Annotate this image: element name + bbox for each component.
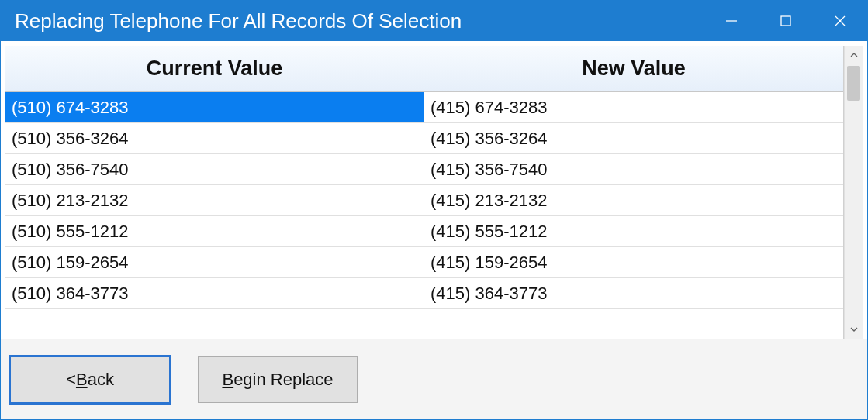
svg-rect-1 (781, 16, 790, 26)
table-row[interactable]: (510) 356-3264(415) 356-3264 (5, 123, 843, 154)
scroll-down-icon[interactable] (845, 320, 863, 339)
cell-new-value: (415) 555-1212 (424, 216, 843, 247)
titlebar: Replacing Telephone For All Records Of S… (1, 1, 867, 41)
scroll-up-icon[interactable] (845, 46, 863, 64)
grid-body: (510) 674-3283(415) 674-3283(510) 356-32… (5, 92, 843, 339)
footer-bar: < Back Begin Replace (1, 339, 867, 419)
table-row[interactable]: (510) 213-2132(415) 213-2132 (5, 185, 843, 216)
cell-new-value: (415) 159-2654 (424, 247, 843, 278)
cell-current-value: (510) 364-3773 (5, 278, 424, 309)
back-button[interactable]: < Back (10, 356, 170, 403)
cell-current-value: (510) 356-3264 (5, 123, 424, 154)
column-header-new[interactable]: New Value (424, 46, 843, 91)
table-row[interactable]: (510) 555-1212(415) 555-1212 (5, 216, 843, 247)
cell-current-value: (510) 674-3283 (5, 92, 424, 123)
table-row[interactable]: (510) 364-3773(415) 364-3773 (5, 278, 843, 309)
begin-button-ul: B (222, 370, 233, 390)
vertical-scrollbar[interactable] (844, 46, 863, 339)
content-area: Current Value New Value (510) 674-3283(4… (1, 41, 867, 419)
cell-current-value: (510) 159-2654 (5, 247, 424, 278)
begin-button-rest: egin Replace (233, 370, 333, 390)
cell-current-value: (510) 555-1212 (5, 216, 424, 247)
cell-current-value: (510) 213-2132 (5, 185, 424, 216)
maximize-button[interactable] (759, 1, 813, 41)
table-row[interactable]: (510) 159-2654(415) 159-2654 (5, 247, 843, 278)
back-button-prefix: < (66, 370, 76, 390)
grid-header: Current Value New Value (5, 46, 843, 92)
cell-new-value: (415) 213-2132 (424, 185, 843, 216)
column-header-current[interactable]: Current Value (5, 46, 424, 91)
cell-new-value: (415) 356-7540 (424, 154, 843, 185)
scroll-track[interactable] (845, 64, 863, 320)
cell-new-value: (415) 674-3283 (424, 92, 843, 123)
cell-current-value: (510) 356-7540 (5, 154, 424, 185)
back-button-rest: ack (88, 370, 114, 390)
scroll-thumb[interactable] (847, 66, 860, 101)
window-title: Replacing Telephone For All Records Of S… (15, 9, 462, 33)
grid-wrapper: Current Value New Value (510) 674-3283(4… (5, 46, 863, 339)
table-row[interactable]: (510) 356-7540(415) 356-7540 (5, 154, 843, 185)
begin-replace-button[interactable]: Begin Replace (198, 356, 358, 403)
cell-new-value: (415) 356-3264 (424, 123, 843, 154)
preview-grid[interactable]: Current Value New Value (510) 674-3283(4… (5, 46, 844, 339)
cell-new-value: (415) 364-3773 (424, 278, 843, 309)
table-row[interactable]: (510) 674-3283(415) 674-3283 (5, 92, 843, 123)
back-button-ul: B (76, 370, 88, 390)
window-controls (704, 1, 867, 41)
close-button[interactable] (813, 1, 867, 41)
app-window: Replacing Telephone For All Records Of S… (0, 0, 868, 420)
minimize-button[interactable] (704, 1, 759, 41)
